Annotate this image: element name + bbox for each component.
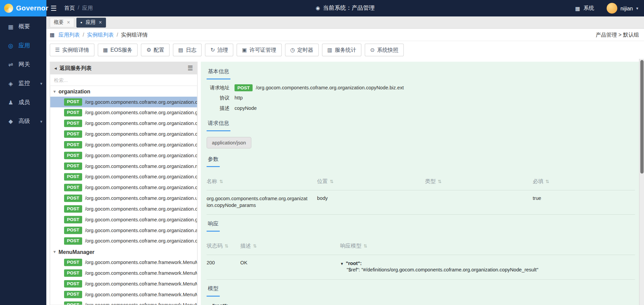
logo: Governor	[0, 0, 46, 16]
sidebar-item-app[interactable]: ◎ 应用	[0, 36, 46, 55]
tab-label: 概要	[54, 19, 63, 26]
logs-button[interactable]: ▤ 日志	[173, 44, 202, 56]
service-item[interactable]: POST /org.gocom.components.coframe.org.o…	[50, 204, 197, 214]
context-group-label: 产品管理 > 默认组	[596, 31, 639, 38]
sidebar-toggle-icon[interactable]: ☰	[51, 4, 57, 13]
eos-services-button[interactable]: ▦ EOS服务	[98, 44, 138, 56]
tab-model[interactable]: 模型	[207, 282, 220, 296]
description-value: copyNode	[234, 105, 257, 112]
sort-icon[interactable]: ⇅	[364, 244, 367, 249]
service-group-menumanager[interactable]: ▾ MenuManager	[50, 246, 197, 257]
service-item[interactable]: POST /org.gocom.components.coframe.org.o…	[50, 225, 197, 236]
tab-app[interactable]: ● 应用 ×	[76, 17, 106, 27]
topbar-main: ☰ 首页 / 应用 ◉ 当前系统：产品管理 ▦ 系统 nijian ▾	[46, 0, 644, 16]
search-input[interactable]	[50, 75, 197, 86]
service-item[interactable]: POST /org.gocom.components.coframe.org.o…	[50, 139, 197, 150]
service-item[interactable]: POST /org.gocom.components.coframe.frame…	[50, 278, 197, 289]
post-badge: POST	[64, 291, 82, 298]
service-detail-panel: 基本信息 请求地址 POST /org.gocom.components.cof…	[201, 62, 639, 305]
content-type-chip[interactable]: application/json	[207, 137, 251, 148]
panel-menu-icon[interactable]: ☰	[187, 64, 193, 72]
license-management-button[interactable]: ▣ 许可证管理	[237, 44, 282, 56]
username[interactable]: nijian	[621, 5, 633, 11]
sort-icon[interactable]: ⇅	[438, 179, 441, 184]
back-arrow-icon[interactable]: ◂	[54, 66, 57, 71]
sort-icon[interactable]: ⇅	[545, 179, 549, 184]
service-item[interactable]: POST /org.gocom.components.coframe.org.o…	[50, 107, 197, 118]
breadcrumb-home-link[interactable]: 首页	[64, 4, 75, 12]
eye-icon: ◉	[316, 5, 320, 11]
service-item[interactable]: POST /org.gocom.components.coframe.org.o…	[50, 172, 197, 182]
service-item[interactable]: POST /org.gocom.components.coframe.org.o…	[50, 236, 197, 247]
monitor-icon: ◈	[7, 80, 14, 87]
sort-icon[interactable]: ⇅	[330, 179, 333, 184]
close-icon[interactable]: ×	[67, 19, 70, 26]
tab-response[interactable]: 响应	[207, 217, 220, 232]
chevron-down-icon[interactable]: ▾	[636, 6, 638, 10]
button-label: 配置	[154, 46, 164, 54]
service-item[interactable]: POST /org.gocom.components.coframe.frame…	[50, 268, 197, 278]
service-path: /org.gocom.components.coframe.framework.…	[85, 270, 197, 276]
col-name: 名称⇅	[207, 172, 317, 190]
tree-expanded-icon[interactable]: ▼	[207, 304, 210, 305]
sidebar-item-label: 网关	[18, 61, 30, 68]
service-item[interactable]: POST /org.gocom.components.coframe.org.o…	[50, 182, 197, 193]
service-item[interactable]: POST /org.gocom.components.coframe.org.o…	[50, 150, 197, 161]
governance-button[interactable]: ↻ 治理	[205, 44, 233, 56]
description-row: 描述 copyNode	[207, 105, 635, 112]
close-icon[interactable]: ×	[99, 19, 102, 26]
col-response-model: 响应模型⇅	[340, 236, 635, 255]
service-item[interactable]: POST /org.gocom.components.coframe.org.o…	[50, 118, 197, 129]
service-stats-button[interactable]: ▥ 服务统计	[322, 44, 362, 56]
system-menu[interactable]: 系统	[584, 4, 594, 12]
vertical-scrollbar[interactable]	[639, 59, 644, 305]
sort-icon[interactable]: ⇅	[225, 244, 228, 249]
timer-button[interactable]: ◷ 定时器	[285, 44, 319, 56]
sidebar-item-monitor[interactable]: ◈ 监控 ▾	[0, 74, 46, 93]
instance-group-detail-button[interactable]: ☰ 实例组详情	[50, 44, 94, 56]
tree-expanded-icon[interactable]: ▼	[340, 262, 344, 266]
service-group-organization[interactable]: ▾ organization	[50, 86, 197, 97]
col-label: 名称	[207, 178, 217, 184]
col-label: 位置	[317, 178, 328, 184]
post-badge: POST	[64, 109, 82, 116]
service-item[interactable]: POST /org.gocom.components.coframe.frame…	[50, 257, 197, 268]
tab-basic-info[interactable]: 基本信息	[207, 65, 230, 79]
chevron-down-icon: ▾	[40, 81, 42, 86]
tab-params[interactable]: 参数	[207, 153, 220, 167]
request-url-value: /org.gocom.components.coframe.org.organi…	[256, 84, 404, 91]
config-button[interactable]: ⚙ 配置	[141, 44, 170, 56]
sidebar-item-label: 应用	[18, 42, 30, 49]
sidebar-item-advanced[interactable]: ◆ 高级 ▾	[0, 112, 46, 131]
group-caret-icon[interactable]: ▾	[53, 89, 56, 94]
breadcrumb-app-list-link[interactable]: 应用列表	[58, 31, 80, 38]
tab-overview[interactable]: 概要 ×	[50, 17, 74, 27]
snapshot-icon: ⊙	[370, 47, 375, 53]
sidebar-item-overview[interactable]: ▦ 概要	[0, 17, 46, 36]
service-item[interactable]: POST /org.gocom.components.coframe.frame…	[50, 289, 197, 300]
sort-icon[interactable]: ⇅	[253, 244, 257, 249]
service-item[interactable]: POST /org.gocom.components.coframe.org.o…	[50, 214, 197, 225]
post-badge: POST	[64, 173, 82, 180]
service-tree[interactable]: ▾ organization POST /org.gocom.component…	[50, 86, 197, 305]
col-description: 描述⇅	[240, 236, 340, 255]
service-item[interactable]: POST /org.gocom.components.coframe.org.o…	[50, 97, 197, 107]
scrollbar-thumb[interactable]	[640, 60, 644, 173]
tab-request-info[interactable]: 请求信息	[207, 117, 230, 131]
service-item[interactable]: POST /org.gocom.components.coframe.frame…	[50, 300, 197, 305]
group-caret-icon[interactable]: ▾	[53, 249, 56, 254]
breadcrumb-instance-groups-link[interactable]: 实例组列表	[87, 31, 114, 38]
system-snapshot-button[interactable]: ⊙ 系统快照	[365, 44, 404, 56]
sidebar-item-gateway[interactable]: ⇌ 网关	[0, 55, 46, 74]
sidebar-item-members[interactable]: ♟ 成员	[0, 93, 46, 112]
chevron-down-icon: ▾	[40, 119, 42, 123]
service-item[interactable]: POST /org.gocom.components.coframe.org.o…	[50, 129, 197, 139]
description-label: 描述	[207, 105, 230, 112]
button-label: 日志	[186, 46, 197, 54]
back-to-service-list[interactable]: 返回服务列表	[60, 64, 92, 72]
sort-icon[interactable]: ⇅	[219, 179, 223, 184]
service-item[interactable]: POST /org.gocom.components.coframe.org.o…	[50, 161, 197, 172]
avatar[interactable]	[606, 3, 617, 14]
service-path: /org.gocom.components.coframe.org.organi…	[85, 238, 197, 244]
service-item[interactable]: POST /org.gocom.components.coframe.org.o…	[50, 193, 197, 204]
